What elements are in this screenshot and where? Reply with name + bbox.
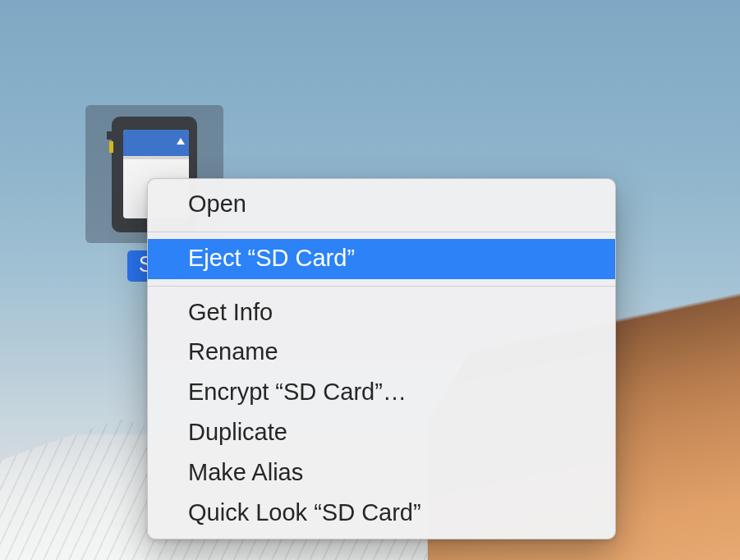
- menu-item-encrypt[interactable]: Encrypt “SD Card”…: [148, 373, 615, 413]
- svg-rect-4: [123, 156, 189, 159]
- menu-item-make-alias[interactable]: Make Alias: [148, 453, 615, 493]
- menu-item-rename[interactable]: Rename: [148, 333, 615, 373]
- menu-item-get-info[interactable]: Get Info: [148, 293, 615, 333]
- menu-separator: [148, 232, 615, 232]
- context-menu: Open Eject “SD Card” Get Info Rename Enc…: [147, 178, 616, 539]
- menu-item-eject[interactable]: Eject “SD Card”: [148, 239, 615, 279]
- svg-rect-3: [123, 148, 189, 156]
- menu-separator: [148, 286, 615, 287]
- svg-rect-0: [109, 141, 113, 153]
- menu-item-duplicate[interactable]: Duplicate: [148, 413, 615, 453]
- menu-item-quick-look[interactable]: Quick Look “SD Card”: [148, 493, 615, 534]
- menu-item-open[interactable]: Open: [148, 185, 615, 225]
